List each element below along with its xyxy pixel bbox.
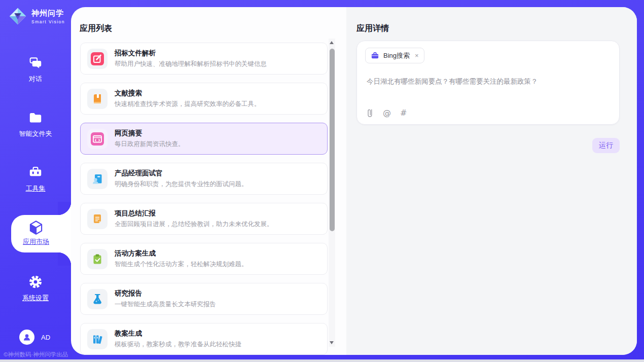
app-card-title: 活动方案生成: [115, 249, 248, 258]
app-icon-box: [87, 169, 108, 189]
app-card-literature-search[interactable]: 文献搜索 快速精准查找学术资源，提高研究效率的必备工具。: [80, 83, 328, 115]
interview-icon: [91, 172, 104, 186]
card-text: 产品经理面试官 明确身份和职责，为您提供专业性的面试问题。: [115, 169, 248, 189]
card-text: 项目总结汇报 全面回顾项目进展，总结经验教训，助力未来优化发展。: [115, 209, 273, 229]
cube-icon: [27, 219, 45, 236]
scrollbar-thumb[interactable]: [330, 49, 335, 231]
app-list-title: 应用列表: [80, 23, 112, 34]
tag-close-icon[interactable]: ×: [415, 52, 419, 59]
diamond-logo-icon: [8, 7, 27, 26]
app-detail-card: Bing搜索 × 今日湖北有哪些新闻要点？有哪些需要关注的最新政策？ @ #: [356, 41, 620, 125]
sidebar-item-label: 工具集: [0, 184, 71, 193]
app-card-bid-parsing[interactable]: 招标文件解析 帮助用户快速、准确地理解和解析招标书中的关键信息: [80, 43, 328, 75]
app-card-title: 招标文件解析: [115, 49, 267, 58]
web-summary-icon: [91, 132, 104, 146]
app-card-web-summary[interactable]: 网页摘要 每日政府新闻资讯快查。: [80, 123, 328, 155]
app-card-event-plan[interactable]: 活动方案生成 智能生成个性化活动方案，轻松解决规划难题。: [80, 243, 328, 275]
app-detail-title: 应用详情: [356, 23, 389, 34]
sidebar-item-label: 系统设置: [0, 294, 71, 303]
card-text: 文献搜索 快速精准查找学术资源，提高研究效率的必备工具。: [115, 89, 261, 108]
note-icon: [91, 212, 104, 226]
sidebar-item-chat[interactable]: 对话: [0, 55, 71, 84]
sidebar: 神州问学 Smart Vision 对话 智能文件夹 工具集: [0, 0, 71, 362]
sidebar-item-label: 对话: [0, 75, 71, 84]
brand-subtitle: Smart Vision: [31, 19, 65, 24]
sidebar-item-toolset[interactable]: 工具集: [0, 164, 71, 193]
app-card-desc: 全面回顾项目进展，总结经验教训，助力未来优化发展。: [115, 220, 273, 229]
book-icon: [91, 92, 104, 105]
app-list-scrollbar[interactable]: [329, 39, 335, 347]
card-text: 研究报告 一键智能生成高质量长文本研究报告: [115, 289, 216, 309]
app-card-desc: 智能生成个性化活动方案，轻松解决规划难题。: [115, 260, 248, 269]
bid-edit-icon: [91, 52, 104, 65]
scrollbar-down-arrow-icon[interactable]: [330, 341, 334, 344]
app-icon-box: [87, 209, 108, 229]
brand-text: 神州问学 Smart Vision: [31, 9, 65, 24]
sidebar-item-label: 应用市场: [11, 237, 61, 246]
mention-icon[interactable]: @: [383, 108, 391, 118]
app-card-research-report[interactable]: 研究报告 一键智能生成高质量长文本研究报告: [80, 283, 328, 315]
sidebar-item-settings[interactable]: 系统设置: [0, 274, 71, 303]
app-card-title: 教案生成: [115, 329, 241, 338]
card-text: 招标文件解析 帮助用户快速、准确地理解和解析招标书中的关键信息: [115, 49, 267, 68]
main-panel: 应用列表 应用详情 招标文件解析 帮助用户快速、准确地理解和解析招标书中的关键信…: [71, 7, 637, 355]
avatar: [19, 330, 34, 345]
clipboard-check-icon: [91, 252, 104, 266]
user-account[interactable]: AD: [19, 330, 50, 345]
card-text: 教案生成 模板驱动，教案秒成，教学准备从此轻松快捷: [115, 329, 241, 349]
app-card-title: 项目总结汇报: [115, 209, 273, 218]
brand-logo: 神州问学 Smart Vision: [8, 7, 65, 26]
folder-icon: [27, 110, 44, 126]
query-input[interactable]: 今日湖北有哪些新闻要点？有哪些需要关注的最新政策？: [367, 77, 605, 87]
person-icon: [22, 332, 32, 342]
app-card-lesson-plan[interactable]: 教案生成 模板驱动，教案秒成，教学准备从此轻松快捷: [80, 323, 328, 355]
app-card-desc: 帮助用户快速、准确地理解和解析招标书中的关键信息: [115, 60, 267, 68]
app-card-pm-interviewer[interactable]: 产品经理面试官 明确身份和职责，为您提供专业性的面试问题。: [80, 163, 328, 195]
hashtag-icon[interactable]: #: [400, 108, 407, 118]
chat-icon: [27, 55, 44, 71]
app-icon-box: [87, 129, 108, 149]
tool-tag-label: Bing搜索: [383, 51, 410, 60]
brand-name: 神州问学: [31, 9, 65, 18]
app-icon-box: [87, 289, 108, 309]
tool-tag-bing-search[interactable]: Bing搜索 ×: [365, 48, 424, 63]
briefcase-icon: [371, 51, 379, 60]
toolbox-icon: [27, 164, 44, 180]
app-card-title: 文献搜索: [115, 89, 261, 98]
app-card-desc: 一键智能生成高质量长文本研究报告: [115, 300, 216, 309]
app-card-desc: 每日政府新闻资讯快查。: [115, 140, 185, 149]
app-icon-box: [87, 329, 108, 349]
app-card-title: 网页摘要: [115, 129, 185, 138]
sidebar-item-label: 智能文件夹: [0, 129, 71, 138]
app-card-project-summary[interactable]: 项目总结汇报 全面回顾项目进展，总结经验教训，助力未来优化发展。: [80, 203, 328, 235]
app-card-title: 产品经理面试官: [115, 169, 248, 178]
paperclip-icon[interactable]: [366, 108, 374, 118]
flask-icon: [91, 293, 104, 306]
app-icon-box: [87, 49, 108, 69]
card-text: 活动方案生成 智能生成个性化活动方案，轻松解决规划难题。: [115, 249, 248, 269]
copyright-footer: ©神州数码·神州问学出品: [4, 351, 68, 358]
sidebar-item-smart-folder[interactable]: 智能文件夹: [0, 110, 71, 138]
bottom-strip: [0, 359, 644, 362]
scrollbar-up-arrow-icon[interactable]: [330, 41, 334, 44]
app-icon-box: [87, 249, 108, 269]
gear-icon: [27, 274, 44, 290]
card-text: 网页摘要 每日政府新闻资讯快查。: [115, 129, 185, 149]
app-card-desc: 明确身份和职责，为您提供专业性的面试问题。: [115, 180, 248, 189]
app-list: 招标文件解析 帮助用户快速、准确地理解和解析招标书中的关键信息 文献搜索 快速精…: [80, 43, 328, 355]
user-initials: AD: [41, 334, 50, 341]
books-icon: [91, 333, 104, 346]
app-card-desc: 模板驱动，教案秒成，教学准备从此轻松快捷: [115, 340, 241, 349]
attachment-toolbar: @ #: [366, 108, 407, 118]
app-icon-box: [87, 89, 108, 109]
app-card-title: 研究报告: [115, 289, 216, 298]
app-card-desc: 快速精准查找学术资源，提高研究效率的必备工具。: [115, 100, 261, 108]
sidebar-item-app-market[interactable]: 应用市场: [11, 215, 71, 252]
run-button[interactable]: 运行: [592, 138, 620, 153]
